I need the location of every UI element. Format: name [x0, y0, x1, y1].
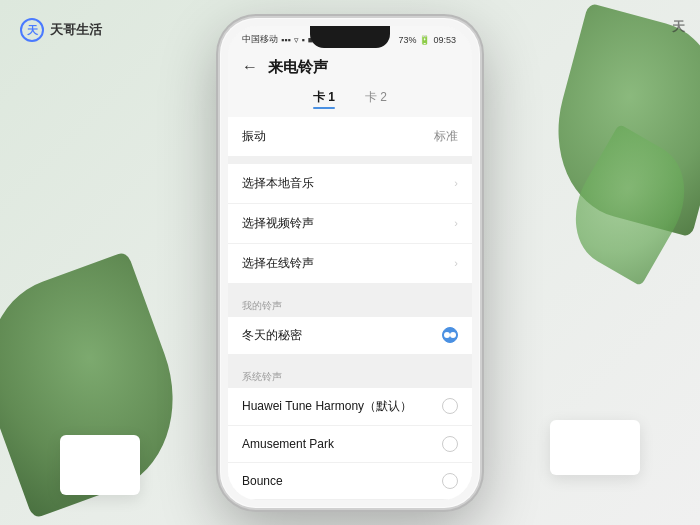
local-music-chevron: › [454, 177, 458, 189]
bounce-radio[interactable] [442, 473, 458, 489]
wifi-icon: ▿ [294, 35, 299, 45]
video-ringtone-chevron: › [454, 217, 458, 229]
ringtone-harmony[interactable]: Huawei Tune Harmony（默认） [228, 388, 472, 426]
video-ringtone-row[interactable]: 选择视频铃声 › [228, 204, 472, 244]
winter-label: 冬天的秘密 [242, 327, 302, 344]
online-ringtone-row[interactable]: 选择在线铃声 › [228, 244, 472, 283]
status-left: 中国移动 ▪▪▪ ▿ ▪ ■ [242, 33, 313, 46]
vibration-section: 振动 标准 [228, 117, 472, 156]
system-ringtones-section: Huawei Tune Harmony（默认） Amusement Park B… [228, 388, 472, 500]
phone-content: 振动 标准 选择本地音乐 › 选择视频铃声 › [228, 117, 472, 500]
tab-card1[interactable]: 卡 1 [313, 89, 335, 109]
brand-name: 天哥生活 [50, 21, 102, 39]
page-title: 来电铃声 [268, 58, 328, 77]
online-ringtone-chevron: › [454, 257, 458, 269]
amusement-radio[interactable] [442, 436, 458, 452]
online-ringtone-label: 选择在线铃声 [242, 255, 314, 272]
vibration-value: 标准 [434, 128, 458, 145]
tab-card2[interactable]: 卡 2 [365, 89, 387, 109]
ringtone-bounce[interactable]: Bounce [228, 463, 472, 500]
battery-percent: 73% [398, 35, 416, 45]
phone-screen: 中国移动 ▪▪▪ ▿ ▪ ■ 73% 🔋 09:53 ← 来电铃声 [228, 26, 472, 500]
local-music-row[interactable]: 选择本地音乐 › [228, 164, 472, 204]
ringtone-amusement[interactable]: Amusement Park [228, 426, 472, 463]
brand-icon: 天 [20, 18, 44, 42]
back-button[interactable]: ← [242, 58, 258, 76]
white-box-right [550, 420, 640, 475]
my-ringtone-winter[interactable]: 冬天的秘密 [228, 317, 472, 354]
status-right: 73% 🔋 09:53 [398, 35, 456, 45]
signal-icon: ▪▪▪ [281, 35, 291, 45]
my-ringtones-header: 我的铃声 [228, 291, 472, 317]
phone-mockup: 中国移动 ▪▪▪ ▿ ▪ ■ 73% 🔋 09:53 ← 来电铃声 [220, 18, 480, 508]
brand-logo-right: 天 [672, 18, 685, 36]
amusement-label: Amusement Park [242, 437, 334, 451]
winter-radio[interactable] [442, 327, 458, 343]
system-ringtones-header: 系统铃声 [228, 362, 472, 388]
vibration-label: 振动 [242, 128, 266, 145]
my-ringtones-section: 冬天的秘密 [228, 317, 472, 354]
video-ringtone-label: 选择视频铃声 [242, 215, 314, 232]
radio-dot [444, 332, 450, 338]
harmony-label: Huawei Tune Harmony（默认） [242, 398, 412, 415]
top-nav: ← 来电铃声 [228, 54, 472, 83]
harmony-radio[interactable] [442, 398, 458, 414]
vibration-row[interactable]: 振动 标准 [228, 117, 472, 156]
bounce-label: Bounce [242, 474, 283, 488]
options-section: 选择本地音乐 › 选择视频铃声 › 选择在线铃声 › [228, 164, 472, 283]
white-box-left [60, 435, 140, 495]
time-display: 09:53 [433, 35, 456, 45]
phone-notch [310, 26, 390, 48]
tab-bar: 卡 1 卡 2 [228, 83, 472, 117]
local-music-label: 选择本地音乐 [242, 175, 314, 192]
brand-logo: 天 天哥生活 [20, 18, 102, 42]
battery-icon: 🔋 [419, 35, 430, 45]
carrier-text: 中国移动 [242, 33, 278, 46]
phone-inner: 中国移动 ▪▪▪ ▿ ▪ ■ 73% 🔋 09:53 ← 来电铃声 [228, 26, 472, 500]
bt-icon: ▪ [302, 35, 305, 45]
